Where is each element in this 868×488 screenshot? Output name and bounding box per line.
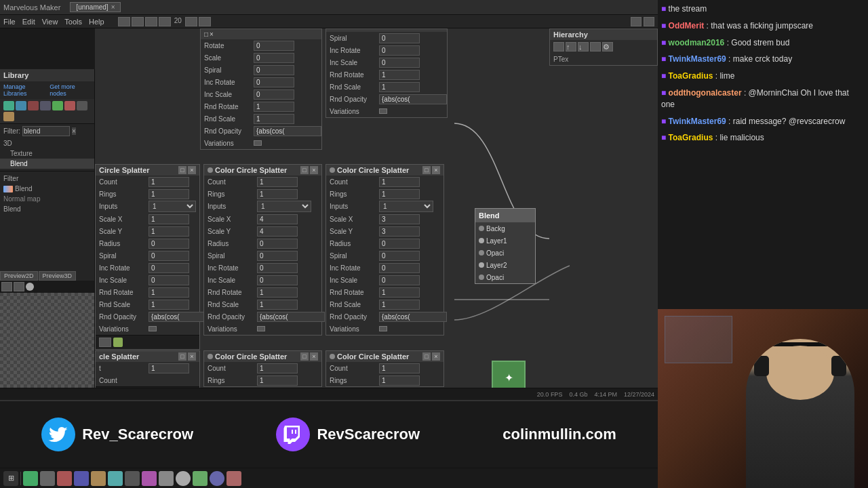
sidebar-item-texture[interactable]: Texture (0, 148, 94, 159)
node-color2-close-btn[interactable]: × (432, 166, 440, 174)
node-color2-count-input[interactable] (379, 177, 420, 187)
hierarchy-btn1[interactable] (553, 42, 564, 52)
tab-close-icon[interactable]: × (111, 3, 115, 11)
sidebar-item-3d[interactable]: 3D (0, 138, 94, 148)
node-circle-spiral-input[interactable] (149, 251, 189, 261)
node-color2-rndscale-input[interactable] (379, 300, 420, 310)
node-color1-incscale-input[interactable] (257, 275, 298, 285)
node-circle-scalex-input[interactable] (149, 214, 189, 224)
node-top1-spiral-input[interactable] (254, 65, 294, 75)
node-color1-rndrotate-input[interactable] (257, 287, 298, 298)
node-color1-rndscale-input[interactable] (257, 300, 298, 310)
node-color-circle2-header[interactable]: Color Circle Splatter □ × (326, 165, 443, 176)
taskbar-icon-10[interactable] (176, 471, 191, 486)
lib-icon-7[interactable] (77, 101, 87, 110)
toolbar-icon-1[interactable] (118, 17, 130, 26)
menu-file[interactable]: File (3, 18, 16, 26)
node-top1-rndscale-input[interactable] (254, 114, 294, 124)
node-color3-min-btn[interactable]: □ (300, 352, 309, 361)
filter-clear-btn[interactable]: × (72, 127, 76, 135)
node-top1-rotate-input[interactable] (254, 41, 294, 51)
hierarchy-btn3[interactable]: ↓ (578, 42, 589, 52)
node-circle-rndscale-input[interactable] (149, 300, 189, 310)
node-color2-incscale-input[interactable] (379, 275, 420, 285)
node-color1-rndopacity-input[interactable] (257, 312, 325, 322)
node-circle-min-btn[interactable]: □ (178, 166, 186, 174)
taskbar-icon-6[interactable] (108, 471, 123, 486)
node-top2-rndopacity-input[interactable] (379, 94, 447, 104)
lib-icon-2[interactable] (16, 101, 26, 110)
window-link-icon[interactable] (631, 17, 642, 26)
node-color2-variations-checkbox[interactable] (379, 326, 387, 331)
lib-icon-5[interactable] (52, 101, 63, 110)
node-color2-min-btn[interactable]: □ (422, 166, 431, 174)
menu-view[interactable]: View (42, 18, 58, 26)
taskbar-icon-11[interactable] (193, 471, 208, 486)
node-circle-inputs-select[interactable]: 1 (149, 201, 196, 212)
hierarchy-btn4[interactable] (590, 42, 601, 52)
node-circle-incscale-input[interactable] (149, 275, 189, 285)
node-color2-scaley-input[interactable] (379, 226, 420, 237)
node-color1-radius-input[interactable] (257, 239, 298, 249)
node-color1-inputs-select[interactable]: 1 (257, 201, 311, 212)
node-color2-spiral-input[interactable] (379, 251, 420, 261)
node-color1-min-btn[interactable]: □ (300, 166, 309, 174)
node-circle-rings-input[interactable] (149, 189, 189, 199)
menu-help[interactable]: Help (89, 18, 104, 26)
node-circle-count-input[interactable] (149, 177, 189, 187)
node-color2-scalex-input[interactable] (379, 214, 420, 224)
node-top1-incscale-input[interactable] (254, 89, 294, 100)
node-top1-rndopacity-input[interactable] (254, 126, 321, 136)
taskbar-icon-9[interactable] (159, 471, 174, 486)
preview-icon-circle[interactable] (26, 283, 34, 291)
toolbar-icon-3[interactable] (145, 17, 157, 26)
menu-tools[interactable]: Tools (64, 18, 82, 26)
filter-input[interactable] (22, 126, 70, 136)
menu-edit[interactable]: Edit (22, 18, 35, 26)
node-top1-variations-checkbox[interactable] (254, 140, 262, 146)
node-color4-close-btn[interactable]: × (432, 352, 440, 361)
taskbar-icon-1[interactable] (23, 471, 38, 486)
node-color1-incrotate-input[interactable] (257, 263, 298, 273)
lib-icon-1[interactable] (3, 101, 14, 110)
node-color-circle4-header[interactable]: Color Circle Splatter □ × (326, 351, 443, 362)
node-circle-radius-input[interactable] (149, 239, 189, 249)
node-top2-variations-checkbox[interactable] (379, 108, 387, 114)
node-color2-rndopacity-input[interactable] (379, 312, 447, 322)
node-color1-scaley-input[interactable] (257, 226, 298, 237)
node-color4-rings-input[interactable] (379, 375, 420, 386)
taskbar-icon-13[interactable] (226, 471, 241, 486)
sidebar-item-blend[interactable]: Blend (0, 159, 94, 169)
node-circle-bottom-header[interactable]: cle Splatter □ × (96, 351, 199, 362)
sidebar-item-blend3[interactable]: Blend (0, 204, 94, 214)
tab-unnamed[interactable]: [unnamed] × (70, 2, 121, 12)
node-circle-variations-checkbox[interactable] (149, 326, 157, 331)
window-min-icon[interactable] (644, 17, 654, 26)
node-top1-scale-input[interactable] (254, 53, 294, 63)
node-circle-icon1[interactable] (99, 338, 111, 347)
toolbar-icon-2[interactable] (132, 17, 144, 26)
taskbar-start-btn[interactable]: ⊞ (3, 471, 18, 486)
node-color4-count-input[interactable] (379, 363, 420, 373)
node-color-circle3-header[interactable]: Color Circle Splatter □ × (204, 351, 321, 362)
node-top2-rndscale-input[interactable] (379, 82, 420, 92)
node-top2-rndrotate-input[interactable] (379, 70, 420, 80)
node-color1-rings-input[interactable] (257, 189, 298, 199)
node-circle-bottom-t-input[interactable] (149, 363, 189, 373)
blend-node-header[interactable]: Blend (475, 209, 535, 222)
node-color1-close-btn[interactable]: × (310, 166, 318, 174)
taskbar-icon-4[interactable] (74, 471, 89, 486)
toolbar-icon-4[interactable] (159, 17, 171, 26)
preview-2d-tab[interactable]: Preview2D (0, 271, 38, 281)
node-color3-rings-input[interactable] (257, 375, 298, 386)
taskbar-icon-7[interactable] (125, 471, 140, 486)
node-circle-icon2[interactable] (113, 338, 123, 347)
output-node[interactable]: ✦ (492, 361, 526, 388)
node-top2-incrotate-input[interactable] (379, 45, 420, 56)
node-color2-radius-input[interactable] (379, 239, 420, 249)
taskbar-icon-8[interactable] (142, 471, 157, 486)
lib-icon-8[interactable] (3, 112, 14, 121)
preview-3d-tab[interactable]: Preview3D (39, 271, 77, 281)
node-circle-rndrotate-input[interactable] (149, 287, 189, 298)
node-color2-rings-input[interactable] (379, 189, 420, 199)
